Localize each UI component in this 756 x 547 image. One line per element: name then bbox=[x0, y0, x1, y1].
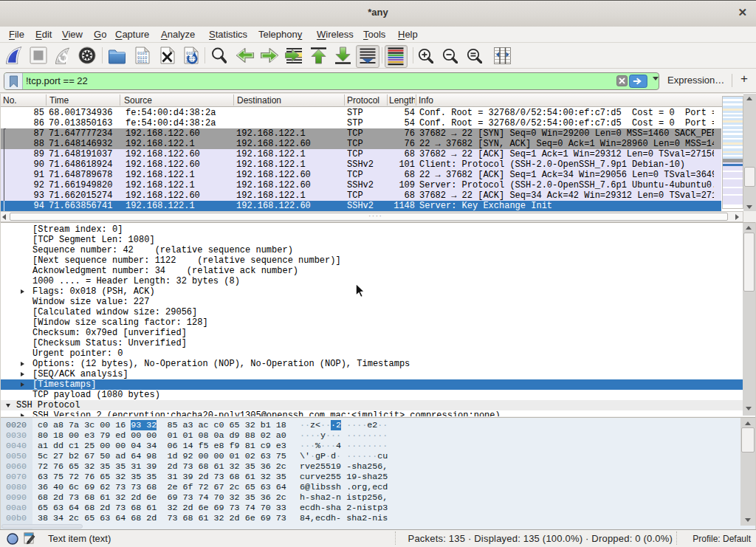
svg-text:0011: 0011 bbox=[137, 59, 148, 64]
